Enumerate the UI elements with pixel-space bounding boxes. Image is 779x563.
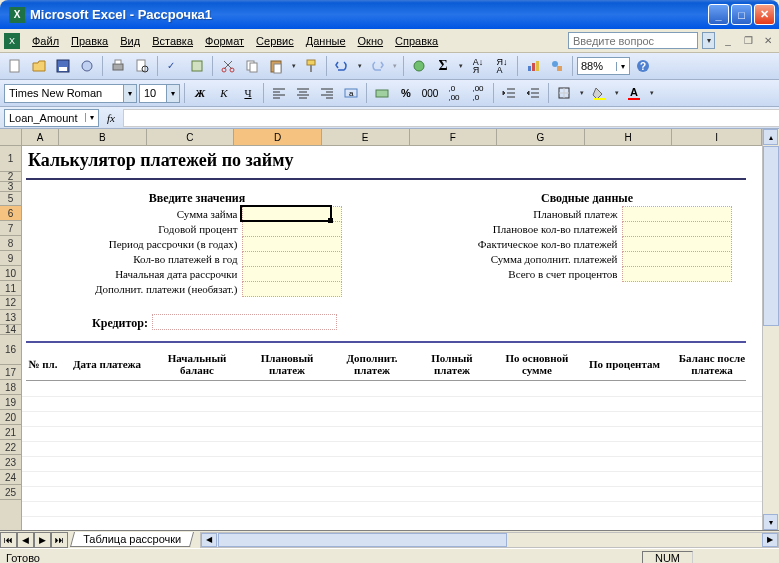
cells-area[interactable]: Калькулятор платежей по займу Введите зн… <box>22 146 762 530</box>
decrease-decimal-icon[interactable]: ,00,0 <box>467 82 489 104</box>
tab-next[interactable]: ▶ <box>34 532 51 548</box>
row-header-14[interactable]: 14 <box>0 325 21 335</box>
menu-help[interactable]: Справка <box>389 33 444 49</box>
help-dropdown[interactable]: ▾ <box>702 32 715 49</box>
annual-rate-input[interactable] <box>242 222 342 237</box>
maximize-button[interactable]: □ <box>731 4 752 25</box>
column-header-H[interactable]: H <box>585 129 673 145</box>
row-header-22[interactable]: 22 <box>0 440 21 455</box>
close-button[interactable]: ✕ <box>754 4 775 25</box>
redo-dropdown[interactable]: ▾ <box>390 55 399 77</box>
row-header-6[interactable]: 6 <box>0 206 21 221</box>
font-name-input[interactable] <box>5 87 123 99</box>
column-header-F[interactable]: F <box>410 129 498 145</box>
drawing-icon[interactable] <box>546 55 568 77</box>
open-icon[interactable] <box>28 55 50 77</box>
align-center-icon[interactable] <box>292 82 314 104</box>
merge-center-icon[interactable]: a <box>340 82 362 104</box>
row-header-1[interactable]: 1 <box>0 146 21 172</box>
fill-color-dropdown[interactable]: ▾ <box>612 82 621 104</box>
select-all-corner[interactable] <box>0 129 21 146</box>
column-header-B[interactable]: B <box>59 129 147 145</box>
new-icon[interactable] <box>4 55 26 77</box>
doc-restore[interactable]: ❐ <box>741 34 755 48</box>
save-icon[interactable] <box>52 55 74 77</box>
increase-decimal-icon[interactable]: ,0,00 <box>443 82 465 104</box>
column-header-I[interactable]: I <box>672 129 762 145</box>
font-name-box[interactable]: ▾ <box>4 84 137 103</box>
tab-last[interactable]: ⏭ <box>51 532 68 548</box>
menu-edit[interactable]: Правка <box>65 33 114 49</box>
fill-color-icon[interactable] <box>588 82 610 104</box>
fx-icon[interactable]: fx <box>107 112 115 124</box>
row-header-19[interactable]: 19 <box>0 395 21 410</box>
column-header-D[interactable]: D <box>234 129 322 145</box>
row-header-10[interactable]: 10 <box>0 266 21 281</box>
menu-service[interactable]: Сервис <box>250 33 300 49</box>
menu-data[interactable]: Данные <box>300 33 352 49</box>
row-header-3[interactable]: 3 <box>0 182 21 192</box>
zoom-input[interactable] <box>578 60 616 72</box>
currency-icon[interactable] <box>371 82 393 104</box>
sort-desc-icon[interactable]: Я↓А <box>491 55 513 77</box>
vscroll-thumb[interactable] <box>763 146 779 326</box>
row-header-12[interactable]: 12 <box>0 296 21 310</box>
hyperlink-icon[interactable] <box>408 55 430 77</box>
menu-file[interactable]: Файл <box>26 33 65 49</box>
start-date-input[interactable] <box>242 267 342 282</box>
cut-icon[interactable] <box>217 55 239 77</box>
menu-insert[interactable]: Вставка <box>146 33 199 49</box>
row-header-5[interactable]: 5 <box>0 192 21 206</box>
name-box[interactable]: ▾ <box>4 109 99 127</box>
print-icon[interactable] <box>107 55 129 77</box>
creditor-input[interactable] <box>152 314 337 330</box>
underline-icon[interactable]: Ч <box>237 82 259 104</box>
doc-close[interactable]: ✕ <box>761 34 775 48</box>
row-header-24[interactable]: 24 <box>0 470 21 485</box>
paste-dropdown[interactable]: ▾ <box>289 55 298 77</box>
name-box-input[interactable] <box>5 112 85 124</box>
column-header-A[interactable]: A <box>22 129 59 145</box>
vertical-scrollbar[interactable]: ▴ ▾ <box>762 129 779 530</box>
loan-period-input[interactable] <box>242 237 342 252</box>
undo-icon[interactable] <box>331 55 353 77</box>
row-header-11[interactable]: 11 <box>0 281 21 296</box>
align-right-icon[interactable] <box>316 82 338 104</box>
percent-icon[interactable]: % <box>395 82 417 104</box>
hscroll-thumb[interactable] <box>218 533 506 547</box>
tab-prev[interactable]: ◀ <box>17 532 34 548</box>
copy-icon[interactable] <box>241 55 263 77</box>
extra-payments-input[interactable] <box>242 282 342 297</box>
format-painter-icon[interactable] <box>300 55 322 77</box>
menu-format[interactable]: Формат <box>199 33 250 49</box>
row-header-8[interactable]: 8 <box>0 236 21 251</box>
sort-asc-icon[interactable]: А↓Я <box>467 55 489 77</box>
column-header-G[interactable]: G <box>497 129 585 145</box>
help-search-input[interactable] <box>568 32 698 49</box>
tab-first[interactable]: ⏮ <box>0 532 17 548</box>
font-color-dropdown[interactable]: ▾ <box>647 82 656 104</box>
permission-icon[interactable] <box>76 55 98 77</box>
redo-icon[interactable] <box>366 55 388 77</box>
print-preview-icon[interactable] <box>131 55 153 77</box>
bold-icon[interactable]: Ж <box>189 82 211 104</box>
comma-icon[interactable]: 000 <box>419 82 441 104</box>
row-header-16[interactable]: 16 <box>0 335 21 365</box>
align-left-icon[interactable] <box>268 82 290 104</box>
row-header-13[interactable]: 13 <box>0 310 21 325</box>
loan-amount-input[interactable] <box>242 207 342 222</box>
autosum-icon[interactable]: Σ <box>432 55 454 77</box>
row-header-7[interactable]: 7 <box>0 221 21 236</box>
italic-icon[interactable]: К <box>213 82 235 104</box>
doc-minimize[interactable]: _ <box>721 34 735 48</box>
paste-icon[interactable] <box>265 55 287 77</box>
autosum-dropdown[interactable]: ▾ <box>456 55 465 77</box>
menu-window[interactable]: Окно <box>352 33 390 49</box>
column-header-E[interactable]: E <box>322 129 410 145</box>
column-header-C[interactable]: C <box>147 129 235 145</box>
row-header-20[interactable]: 20 <box>0 410 21 425</box>
help-icon[interactable]: ? <box>632 55 654 77</box>
row-header-9[interactable]: 9 <box>0 251 21 266</box>
decrease-indent-icon[interactable] <box>498 82 520 104</box>
spelling-icon[interactable]: ✓ <box>162 55 184 77</box>
